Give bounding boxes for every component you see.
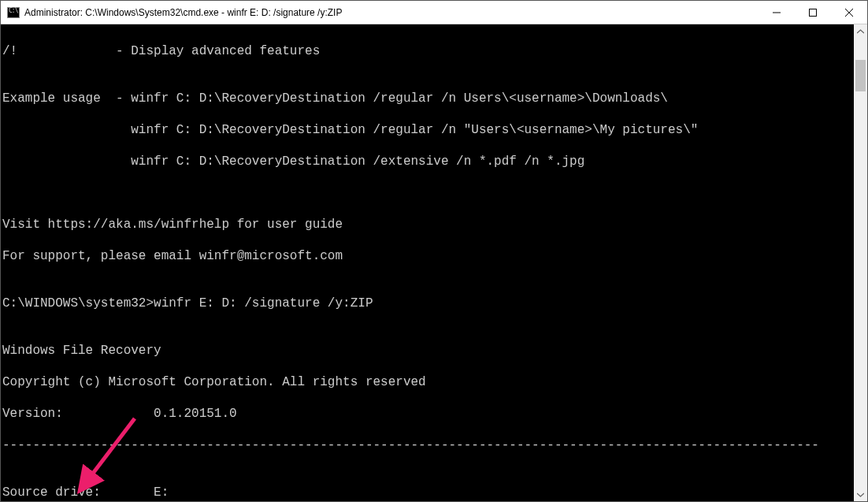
output-line: For support, please email winfr@microsof… xyxy=(2,248,854,264)
minimize-button[interactable] xyxy=(759,1,795,24)
cmd-icon xyxy=(7,7,20,18)
output-line: Windows File Recovery xyxy=(2,343,854,359)
titlebar[interactable]: Administrator: C:\Windows\System32\cmd.e… xyxy=(1,1,867,24)
close-button[interactable] xyxy=(831,1,867,24)
maximize-button[interactable] xyxy=(795,1,831,24)
window-title: Administrator: C:\Windows\System32\cmd.e… xyxy=(24,7,342,18)
scrollbar-track[interactable] xyxy=(854,38,867,488)
scroll-up-button[interactable] xyxy=(854,24,867,38)
client-area: /! - Display advanced features Example u… xyxy=(1,24,867,501)
output-line: winfr C: D:\RecoveryDestination /regular… xyxy=(2,122,854,138)
chevron-up-icon xyxy=(857,29,864,34)
terminal-output[interactable]: /! - Display advanced features Example u… xyxy=(1,24,854,501)
output-line: winfr C: D:\RecoveryDestination /extensi… xyxy=(2,154,854,169)
scroll-down-button[interactable] xyxy=(854,488,867,501)
scrollbar-thumb[interactable] xyxy=(855,60,866,91)
cmd-window: Administrator: C:\Windows\System32\cmd.e… xyxy=(0,0,868,502)
chevron-down-icon xyxy=(857,493,864,497)
output-line: C:\WINDOWS\system32>winfr E: D: /signatu… xyxy=(2,296,854,311)
output-line: Copyright (c) Microsoft Corporation. All… xyxy=(2,374,854,390)
output-line: Source drive: E: xyxy=(2,485,854,500)
output-line: Example usage - winfr C: D:\RecoveryDest… xyxy=(2,91,854,106)
maximize-icon xyxy=(809,9,817,17)
output-line: ----------------------------------------… xyxy=(2,437,854,453)
output-line: /! - Display advanced features xyxy=(2,43,854,59)
close-icon xyxy=(845,9,853,17)
output-line: Visit https://aka.ms/winfrhelp for user … xyxy=(2,217,854,232)
svg-rect-1 xyxy=(810,9,817,16)
output-line: Version: 0.1.20151.0 xyxy=(2,406,854,422)
minimize-icon xyxy=(773,9,781,17)
vertical-scrollbar[interactable] xyxy=(854,24,867,501)
